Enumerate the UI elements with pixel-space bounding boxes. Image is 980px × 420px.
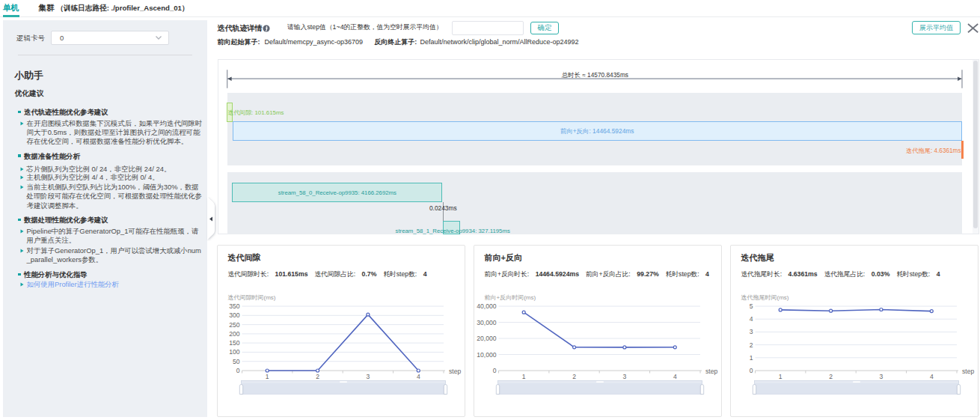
svg-text:2: 2 bbox=[316, 372, 319, 380]
svg-text:4: 4 bbox=[417, 372, 420, 380]
svg-text:1: 1 bbox=[522, 372, 526, 380]
svg-text:5: 5 bbox=[750, 302, 753, 310]
svg-text:20,000: 20,000 bbox=[477, 335, 497, 342]
svg-text:3: 3 bbox=[880, 372, 883, 380]
svg-text:50: 50 bbox=[233, 357, 240, 365]
svg-text:300: 300 bbox=[229, 311, 240, 319]
svg-text:350: 350 bbox=[229, 302, 240, 310]
svg-text:1: 1 bbox=[750, 353, 753, 361]
svg-text:150: 150 bbox=[229, 339, 240, 347]
svg-text:0: 0 bbox=[750, 367, 753, 374]
svg-text:10,000: 10,000 bbox=[477, 350, 497, 358]
svg-text:4: 4 bbox=[930, 372, 934, 380]
svg-text:40,000: 40,000 bbox=[477, 302, 497, 310]
svg-text:250: 250 bbox=[229, 320, 240, 328]
svg-text:3: 3 bbox=[367, 372, 370, 380]
svg-text:2: 2 bbox=[572, 372, 576, 380]
svg-text:0: 0 bbox=[493, 367, 497, 374]
svg-text:4: 4 bbox=[673, 372, 677, 380]
svg-text:30,000: 30,000 bbox=[477, 318, 497, 326]
svg-text:step: step bbox=[962, 368, 974, 375]
svg-text:step: step bbox=[705, 368, 717, 375]
svg-text:1: 1 bbox=[779, 372, 783, 380]
svg-text:200: 200 bbox=[229, 329, 240, 337]
svg-text:1: 1 bbox=[266, 372, 269, 380]
svg-text:2: 2 bbox=[750, 341, 753, 348]
svg-text:step: step bbox=[449, 368, 461, 375]
svg-text:100: 100 bbox=[229, 348, 240, 356]
svg-text:3: 3 bbox=[750, 328, 753, 335]
svg-text:0: 0 bbox=[236, 367, 240, 374]
svg-text:3: 3 bbox=[623, 372, 627, 380]
svg-text:2: 2 bbox=[829, 372, 833, 380]
svg-text:4: 4 bbox=[750, 315, 753, 323]
